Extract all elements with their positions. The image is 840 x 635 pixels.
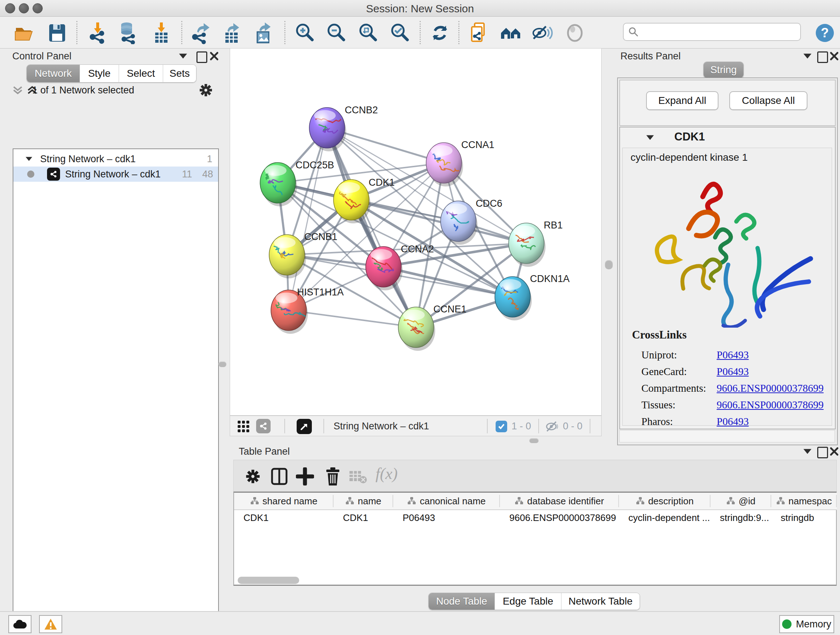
- search-field[interactable]: [623, 23, 801, 41]
- delete-table-icon-disabled: [349, 470, 368, 484]
- warning-status-button[interactable]: [39, 615, 62, 633]
- right-splitter-handle[interactable]: [605, 260, 613, 269]
- network-style-icon[interactable]: [256, 419, 271, 433]
- import-network-database-button[interactable]: [117, 21, 141, 44]
- float-panel-icon[interactable]: [179, 54, 187, 59]
- share-document-button[interactable]: [467, 21, 490, 44]
- tab-select[interactable]: Select: [119, 65, 163, 82]
- zoom-selected-button[interactable]: [388, 21, 411, 44]
- birdseye-view-icon[interactable]: [297, 419, 312, 434]
- crosslink-link[interactable]: 9606.ENSP00000378699: [717, 382, 824, 394]
- crosslink-link[interactable]: 9606.ENSP00000378699: [717, 399, 824, 411]
- cell-canonical-name[interactable]: P06493: [393, 510, 500, 525]
- network-row-selected[interactable]: String Network – cdk1 11 48: [13, 166, 218, 182]
- network-canvas[interactable]: CCNB2CCNA1CDC25BCDK1CDC6RB1CCNB1CCNA2CDK…: [230, 48, 602, 416]
- cell-shared-name[interactable]: CDK1: [234, 510, 333, 525]
- tab-style[interactable]: Style: [80, 65, 119, 82]
- grid-view-icon[interactable]: [237, 420, 249, 432]
- open-session-button[interactable]: [13, 21, 36, 44]
- cell-description[interactable]: cyclin-dependent ...: [619, 510, 711, 525]
- section-collapse-icon[interactable]: [646, 135, 654, 140]
- add-column-icon[interactable]: [296, 467, 314, 486]
- maximize-panel-icon[interactable]: [196, 51, 207, 63]
- network-collection-row[interactable]: String Network – cdk1 1: [13, 151, 218, 166]
- cloud-status-button[interactable]: [8, 615, 32, 633]
- column-header-description[interactable]: description: [619, 493, 711, 510]
- hidden-eye-icon[interactable]: [545, 420, 559, 432]
- crosslink-link[interactable]: P06493: [717, 416, 749, 428]
- node-CCNB2[interactable]: CCNB2: [309, 105, 378, 151]
- options-gear-icon[interactable]: [198, 82, 213, 98]
- float-panel-icon[interactable]: [804, 449, 812, 454]
- cell-namespac[interactable]: stringdb: [771, 510, 837, 525]
- import-table-button[interactable]: [150, 21, 173, 44]
- tab-network-table[interactable]: Network Table: [561, 593, 639, 610]
- column-header-canonical-name[interactable]: canonical name: [393, 493, 500, 510]
- maximize-panel-icon[interactable]: [817, 51, 828, 63]
- hide-unhide-button[interactable]: [531, 21, 554, 44]
- node-HIST1H1A[interactable]: HIST1H1A: [271, 287, 344, 334]
- edge-HIST1H1A-CCNB2[interactable]: [289, 128, 327, 310]
- preview-button[interactable]: [563, 21, 586, 44]
- zoom-in-button[interactable]: [293, 21, 316, 44]
- tab-node-table[interactable]: Node Table: [429, 593, 495, 610]
- table-options-gear-icon[interactable]: [245, 468, 261, 485]
- delete-column-icon[interactable]: [325, 467, 341, 486]
- column-header--id[interactable]: @id: [711, 493, 771, 510]
- close-panel-icon[interactable]: [829, 447, 839, 456]
- import-network-file-button[interactable]: [86, 21, 109, 44]
- node-CDKN1A[interactable]: CDKN1A: [495, 273, 570, 320]
- column-header-namespac[interactable]: namespac: [771, 493, 837, 510]
- statusbar-separator: [284, 419, 285, 433]
- refresh-button[interactable]: [428, 21, 452, 44]
- cell-database-identifier[interactable]: 9606.ENSP00000378699: [500, 510, 619, 525]
- node-CCNE1[interactable]: CCNE1: [398, 304, 467, 351]
- left-splitter-handle[interactable]: [218, 361, 226, 367]
- status-bar: Memory: [0, 611, 840, 635]
- tab-network[interactable]: Network: [27, 65, 80, 82]
- crosslink-link[interactable]: P06493: [717, 366, 749, 378]
- export-network-button[interactable]: [189, 21, 213, 44]
- tab-edge-table[interactable]: Edge Table: [495, 593, 561, 610]
- table-hscrollbar-thumb[interactable]: [238, 577, 299, 584]
- column-header-name[interactable]: name: [333, 493, 393, 510]
- control-panel: Control Panel Network Style Select Sets …: [4, 49, 221, 608]
- show-columns-icon[interactable]: [271, 467, 288, 486]
- float-panel-icon[interactable]: [804, 54, 812, 59]
- expand-all-button[interactable]: Expand All: [646, 91, 718, 110]
- collapse-all-button[interactable]: Collapse All: [729, 91, 807, 110]
- zoom-fit-button[interactable]: [356, 21, 379, 44]
- edge-CCNA2-CDKN1A[interactable]: [384, 267, 513, 297]
- collection-label: String Network – cdk1: [40, 154, 136, 165]
- help-icon: ?: [815, 23, 835, 43]
- export-image-button[interactable]: [252, 21, 275, 44]
- memory-button[interactable]: Memory: [779, 615, 834, 633]
- expand-collapse-bar: Expand All Collapse All: [619, 80, 836, 126]
- cell-name[interactable]: CDK1: [333, 510, 393, 525]
- results-scroll-strip[interactable]: [619, 430, 835, 442]
- node-CDC6[interactable]: CDC6: [441, 198, 502, 245]
- maximize-panel-icon[interactable]: [817, 447, 828, 458]
- tab-sets[interactable]: Sets: [163, 65, 196, 82]
- bottom-splitter-handle[interactable]: [529, 438, 538, 443]
- hidden-node-edge-counts: 0 - 0: [563, 421, 583, 432]
- node-CDK1[interactable]: CDK1: [333, 177, 395, 223]
- crosslink-link[interactable]: P06493: [717, 349, 749, 361]
- cell--id[interactable]: stringdb:9...: [711, 510, 771, 525]
- zoom-out-button[interactable]: [325, 21, 347, 44]
- help-button[interactable]: ?: [813, 21, 836, 44]
- column-header-shared-name[interactable]: shared name: [234, 493, 333, 510]
- node-RB1[interactable]: RB1: [508, 220, 563, 267]
- column-header-database-identifier[interactable]: database identifier: [500, 493, 619, 510]
- network-tree: String Network – cdk1 1 String Network –…: [13, 149, 219, 635]
- save-session-button[interactable]: [46, 21, 69, 44]
- export-table-button[interactable]: [221, 21, 244, 44]
- home-button[interactable]: [500, 21, 523, 44]
- tree-expand-icon[interactable]: [26, 157, 32, 161]
- node-label-CCNA1: CCNA1: [461, 139, 494, 150]
- selected-checkbox-icon[interactable]: [496, 421, 507, 432]
- window-title: Session: New Session: [0, 3, 840, 15]
- close-panel-icon[interactable]: [210, 51, 219, 61]
- close-panel-icon[interactable]: [829, 51, 839, 61]
- tab-string[interactable]: String: [704, 62, 744, 78]
